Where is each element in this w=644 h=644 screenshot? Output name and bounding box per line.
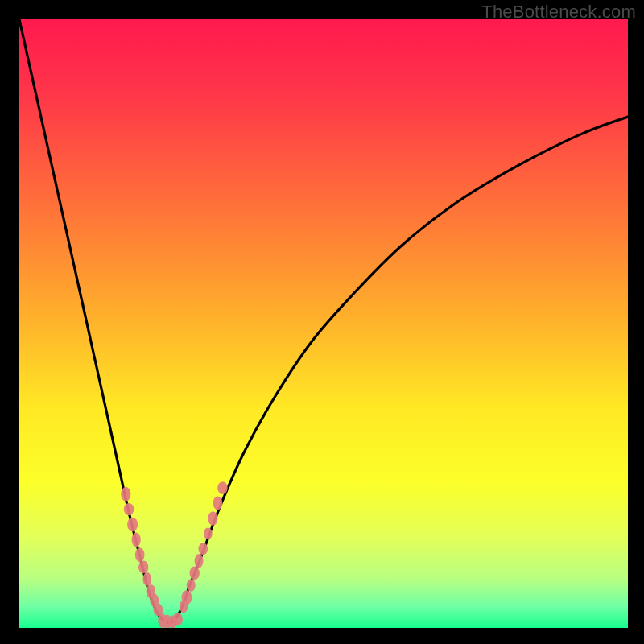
marker-dot bbox=[198, 543, 208, 555]
bottleneck-curve bbox=[19, 19, 628, 622]
marker-dot bbox=[135, 547, 145, 562]
marker-dot bbox=[127, 518, 138, 532]
marker-dot bbox=[213, 497, 223, 510]
marker-dot bbox=[190, 567, 200, 580]
segment-markers-bottom bbox=[158, 613, 183, 628]
marker-dot bbox=[124, 503, 134, 515]
marker-dot bbox=[187, 579, 196, 592]
chart-stage: TheBottleneck.com bbox=[0, 0, 644, 644]
marker-dot bbox=[195, 554, 204, 568]
marker-dot bbox=[208, 511, 217, 526]
marker-dot bbox=[138, 561, 148, 574]
marker-dot bbox=[217, 481, 228, 494]
plot-area bbox=[19, 19, 628, 628]
marker-dot bbox=[182, 590, 192, 605]
marker-dot bbox=[142, 572, 151, 586]
marker-dot bbox=[121, 487, 130, 502]
watermark-text: TheBottleneck.com bbox=[481, 2, 636, 23]
marker-dot bbox=[204, 527, 213, 539]
segment-markers-right bbox=[180, 481, 228, 613]
marker-dot bbox=[172, 613, 183, 625]
segment-markers-left bbox=[121, 487, 163, 616]
curve-layer bbox=[19, 19, 628, 628]
marker-dot bbox=[132, 533, 141, 547]
